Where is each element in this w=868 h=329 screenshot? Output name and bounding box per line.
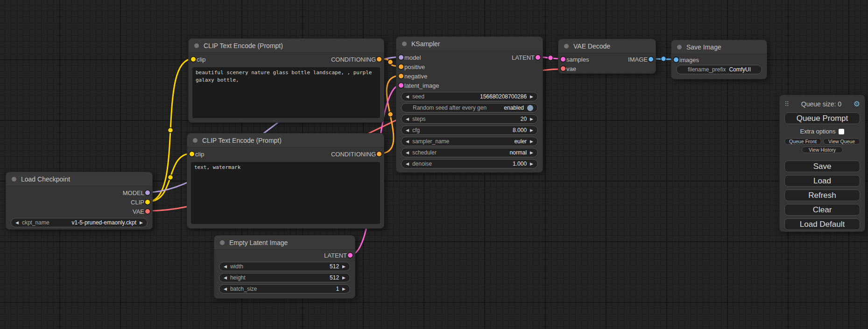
decrement-arrow-icon[interactable]: ◀ — [406, 162, 409, 166]
node-title-label: KSampler — [411, 40, 440, 48]
gear-icon[interactable]: ⚙ — [854, 100, 860, 108]
output-port-clip[interactable] — [145, 200, 150, 204]
output-port-model[interactable] — [145, 190, 150, 195]
view-history-button[interactable]: View History — [802, 147, 843, 153]
node-titlebar[interactable]: CLIP Text Encode (Prompt) — [187, 133, 384, 147]
widget-scheduler[interactable]: ◀ scheduler normal ▶ — [401, 148, 538, 157]
widget-label: height — [230, 274, 246, 281]
decrement-arrow-icon[interactable]: ◀ — [406, 140, 409, 144]
widget-filename-prefix[interactable]: filename_prefix ComfyUI — [676, 65, 762, 74]
widget-label: scheduler — [412, 149, 437, 156]
clear-button[interactable]: Clear — [784, 204, 860, 216]
widget-seed[interactable]: ◀ seed 156680208700286 ▶ — [401, 92, 538, 101]
collapse-dot-icon[interactable] — [193, 138, 198, 143]
prompt-textarea[interactable]: text, watermark — [191, 162, 380, 224]
view-queue-button[interactable]: View Queue — [823, 138, 860, 145]
increment-arrow-icon[interactable]: ▶ — [342, 287, 346, 291]
widget-cfg[interactable]: ◀ cfg 8.000 ▶ — [401, 126, 538, 135]
input-port-clip[interactable] — [191, 57, 196, 62]
link-midpoint-dot — [388, 60, 393, 65]
collapse-dot-icon[interactable] — [402, 42, 407, 46]
widget-width[interactable]: ◀ width 512 ▶ — [219, 262, 350, 271]
queue-prompt-button[interactable]: Queue Prompt — [784, 112, 860, 124]
widget-value: enabled — [504, 105, 524, 111]
node-titlebar[interactable]: Empty Latent Image — [214, 236, 355, 250]
decrement-arrow-icon[interactable]: ◀ — [15, 221, 19, 225]
widget-batch-size[interactable]: ◀ batch_size 1 ▶ — [219, 284, 350, 294]
load-default-button[interactable]: Load Default — [784, 218, 860, 230]
output-port-vae[interactable] — [145, 209, 150, 214]
input-port-vae[interactable] — [561, 66, 565, 71]
input-port-samples[interactable] — [561, 57, 565, 62]
increment-arrow-icon[interactable]: ▶ — [530, 162, 533, 166]
widget-value: normal — [509, 149, 527, 156]
load-button[interactable]: Load — [784, 175, 860, 187]
refresh-button[interactable]: Refresh — [784, 189, 860, 201]
widget-sampler-name[interactable]: ◀ sampler_name euler ▶ — [401, 137, 538, 146]
widget-value: euler — [514, 138, 527, 145]
link-midpoint-dot — [548, 56, 553, 61]
output-port-latent[interactable] — [536, 55, 540, 60]
collapse-dot-icon[interactable] — [564, 44, 569, 49]
extra-options-checkbox[interactable] — [839, 129, 844, 134]
increment-arrow-icon[interactable]: ▶ — [342, 265, 346, 269]
input-label: clip — [197, 56, 206, 63]
input-port-model[interactable] — [399, 55, 403, 60]
collapse-dot-icon[interactable] — [677, 45, 682, 49]
decrement-arrow-icon[interactable]: ◀ — [406, 95, 409, 99]
node-titlebar[interactable]: Load Checkpoint — [6, 172, 152, 186]
decrement-arrow-icon[interactable]: ◀ — [224, 265, 227, 269]
input-port-images[interactable] — [674, 57, 678, 62]
decrement-arrow-icon[interactable]: ◀ — [224, 287, 227, 291]
widget-height[interactable]: ◀ height 512 ▶ — [219, 273, 350, 282]
collapse-dot-icon[interactable] — [12, 177, 16, 182]
node-clip-text-encode-positive: CLIP Text Encode (Prompt) clip CONDITION… — [188, 38, 384, 123]
link-midpoint-dot — [661, 56, 666, 62]
input-port-negative[interactable] — [399, 74, 403, 78]
widget-label: cfg — [412, 127, 420, 133]
decrement-arrow-icon[interactable]: ◀ — [224, 276, 227, 280]
widget-label: sampler_name — [412, 138, 449, 145]
widget-denoise[interactable]: ◀ denoise 1.000 ▶ — [401, 159, 538, 168]
node-titlebar[interactable]: CLIP Text Encode (Prompt) — [189, 39, 384, 53]
input-label: vae — [566, 65, 576, 72]
output-port-conditioning[interactable] — [377, 152, 381, 156]
node-titlebar[interactable]: Save Image — [671, 40, 767, 54]
drag-handle-icon[interactable]: ⠿ — [784, 100, 789, 108]
widget-value: 20 — [521, 116, 527, 122]
queue-front-button[interactable]: Queue Front — [784, 138, 821, 145]
prompt-textarea[interactable]: beautiful scenery nature glass bottle la… — [192, 67, 380, 118]
save-button[interactable]: Save — [784, 161, 860, 172]
toggle-icon[interactable] — [527, 105, 533, 111]
input-port-positive[interactable] — [399, 64, 403, 69]
node-title-label: Save Image — [686, 43, 721, 51]
increment-arrow-icon[interactable]: ▶ — [530, 151, 533, 155]
increment-arrow-icon[interactable]: ▶ — [530, 128, 533, 133]
increment-arrow-icon[interactable]: ▶ — [530, 95, 533, 99]
input-port-latent-image[interactable] — [399, 83, 403, 88]
collapse-dot-icon[interactable] — [220, 240, 225, 245]
output-label: CONDITIONING — [331, 151, 376, 158]
increment-arrow-icon[interactable]: ▶ — [530, 117, 533, 121]
output-label: MODEL — [123, 189, 144, 196]
widget-value: 1 — [336, 286, 339, 292]
node-empty-latent-image: Empty Latent Image LATENT ◀ width 512 ▶ … — [214, 235, 355, 299]
link-midpoint-dot — [168, 175, 173, 180]
output-label: IMAGE — [628, 56, 648, 63]
decrement-arrow-icon[interactable]: ◀ — [406, 151, 409, 155]
increment-arrow-icon[interactable]: ▶ — [530, 140, 533, 144]
widget-random-seed[interactable]: Random seed after every gen enabled — [401, 103, 538, 112]
node-titlebar[interactable]: KSampler — [396, 37, 543, 51]
increment-arrow-icon[interactable]: ▶ — [140, 221, 143, 225]
decrement-arrow-icon[interactable]: ◀ — [406, 128, 409, 133]
output-port-image[interactable] — [649, 57, 653, 62]
node-titlebar[interactable]: VAE Decode — [558, 39, 656, 53]
collapse-dot-icon[interactable] — [194, 43, 199, 48]
decrement-arrow-icon[interactable]: ◀ — [406, 117, 409, 121]
widget-ckpt-name[interactable]: ◀ ckpt_name v1-5-pruned-emaonly.ckpt ▶ — [11, 218, 148, 227]
widget-steps[interactable]: ◀ steps 20 ▶ — [401, 114, 538, 124]
output-port-latent[interactable] — [348, 253, 353, 258]
input-port-clip[interactable] — [190, 152, 194, 156]
increment-arrow-icon[interactable]: ▶ — [342, 276, 346, 280]
output-port-conditioning[interactable] — [377, 57, 381, 62]
